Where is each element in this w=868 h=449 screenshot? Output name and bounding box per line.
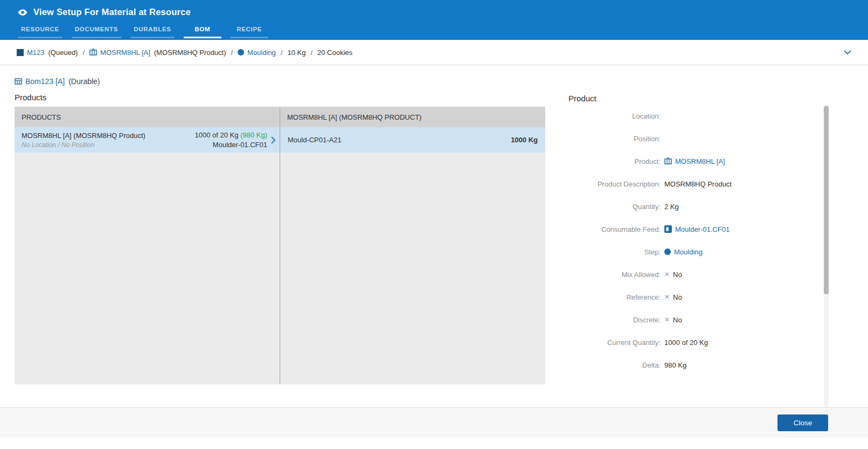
cross-icon: ✕ (664, 271, 670, 278)
containers-table: MOSRM8HL [A] (MOSRM8HQ PRODUCT) Mould-CP… (280, 107, 545, 384)
breadcrumb: M123 (Queued) / MOSRM8HL [A] (MOSRM8HQ P… (0, 40, 868, 65)
tab-recipe[interactable]: RECIPE (231, 21, 268, 38)
products-section-title: Products (15, 93, 545, 102)
dialog-title-row: View Setup For Material at Resource (0, 0, 868, 17)
chevron-right-icon (271, 136, 275, 144)
step-icon (238, 49, 244, 56)
field-discrete: Discrete: ✕ No (555, 308, 835, 331)
consumable-feed-link[interactable]: Moulder-01.CF01 (664, 225, 730, 233)
field-step: Step: Moulding (555, 240, 835, 263)
products-table-header: PRODUCTS (15, 107, 280, 127)
breadcrumb-product-link[interactable]: MOSRM8HL [A] (89, 49, 150, 57)
tab-bar: RESOURCE DOCUMENTS DURABLES BOM RECIPE (18, 21, 868, 38)
product-row[interactable]: MOSRM8HL [A] (MOSRM8HQ Product) No Locat… (15, 127, 280, 153)
product-icon (89, 49, 97, 56)
material-status: (Queued) (48, 49, 78, 57)
container-row[interactable]: Mould-CP01-A21 1000 Kg (280, 127, 545, 153)
container-row-quantity: 1000 Kg (511, 136, 538, 144)
footer: Close (0, 407, 868, 438)
product-link[interactable]: MOSRM8HL [A] (664, 157, 725, 165)
breadcrumb-quantity: 10 Kg (287, 49, 305, 57)
tab-resource[interactable]: RESOURCE (18, 21, 63, 38)
cross-icon: ✕ (664, 316, 670, 323)
product-row-location: No Location / No Position (22, 141, 145, 149)
scrollbar-thumb[interactable] (824, 106, 829, 294)
product-row-quantity: 1000 of 20 Kg (195, 131, 239, 139)
tab-documents[interactable]: DOCUMENTS (72, 21, 121, 38)
bom-type: (Durable) (68, 77, 100, 86)
bom-tables: PRODUCTS MOSRM8HL [A] (MOSRM8HQ Product)… (15, 107, 545, 384)
products-table: PRODUCTS MOSRM8HL [A] (MOSRM8HQ Product)… (15, 107, 280, 384)
field-reference: Reference: ✕ No (555, 286, 835, 308)
bom-link[interactable]: Bom123 [A] (15, 77, 65, 86)
products-table-empty-area (15, 153, 280, 384)
top-header: View Setup For Material at Resource RESO… (0, 0, 868, 40)
step-link[interactable]: Moulding (664, 248, 703, 256)
panel-fields: Location: Position: Product: MOSRM8HL [A… (555, 105, 835, 376)
bom-line: Bom123 [A] (Durable) (15, 77, 545, 86)
product-row-feed: Moulder-01.CF01 (213, 141, 267, 149)
consumable-feed-icon (664, 225, 672, 233)
field-quantity: Quantity: 2 Kg (555, 195, 835, 218)
containers-table-header: MOSRM8HL [A] (MOSRM8HQ PRODUCT) (280, 107, 545, 127)
containers-table-empty-area (280, 153, 545, 384)
field-current-quantity: Current Quantity: 1000 of 20 Kg (555, 331, 835, 354)
breadcrumb-separator: / (310, 49, 313, 57)
main-content: Bom123 [A] (Durable) Products PRODUCTS M… (0, 65, 868, 407)
breadcrumb-secondary-quantity: 20 Cookies (317, 49, 352, 57)
field-product-description: Product Description: MOSRM8HQ Product (555, 172, 835, 195)
field-mix-allowed: Mix Allowed: ✕ No (555, 263, 835, 286)
view-eye-icon (17, 9, 28, 16)
chevron-down-icon[interactable] (843, 50, 852, 55)
product-description: (MOSRM8HQ Product) (154, 49, 226, 57)
container-row-name: Mould-CP01-A21 (288, 136, 342, 144)
dialog-title: View Setup For Material at Resource (33, 7, 191, 17)
breadcrumb-material-link[interactable]: M123 (17, 49, 45, 57)
breadcrumb-separator: / (281, 49, 283, 57)
product-row-quantities: 1000 of 20 Kg (980 Kg) Moulder-01.CF01 (195, 131, 267, 149)
step-icon (664, 248, 671, 255)
product-details-panel: Product Location: Position: Product: MOS… (555, 65, 835, 407)
bom-table-icon (15, 78, 22, 85)
product-row-title: MOSRM8HL [A] (MOSRM8HQ Product) (22, 132, 145, 140)
field-product: Product: MOSRM8HL [A] (555, 150, 835, 172)
field-delta: Delta: 980 Kg (555, 354, 835, 376)
cross-icon: ✕ (664, 293, 670, 301)
breadcrumb-separator: / (82, 49, 85, 57)
field-position: Position: (555, 127, 835, 150)
panel-title: Product (568, 94, 835, 103)
tab-bom[interactable]: BOM (184, 21, 221, 38)
product-row-delta: (980 Kg) (240, 131, 267, 139)
breadcrumb-separator: / (231, 49, 233, 57)
field-location: Location: (555, 105, 835, 127)
breadcrumb-step-link[interactable]: Moulding (238, 49, 276, 57)
tab-durables[interactable]: DURABLES (130, 21, 175, 38)
scrollbar-track[interactable] (824, 106, 829, 407)
field-consumable-feed: Consumable Feed: Moulder-01.CF01 (555, 218, 835, 240)
product-row-main: MOSRM8HL [A] (MOSRM8HQ Product) No Locat… (22, 132, 145, 149)
material-icon (17, 49, 24, 56)
bom-column: Bom123 [A] (Durable) Products PRODUCTS M… (15, 65, 545, 407)
close-button[interactable]: Close (777, 415, 828, 431)
product-icon (664, 157, 672, 165)
